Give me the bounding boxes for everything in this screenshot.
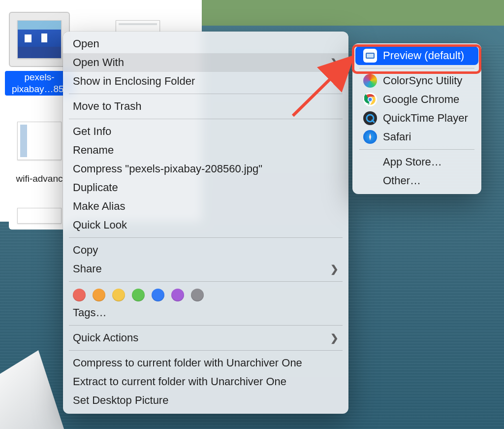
menu-label: Extract to current folder with Unarchive… — [73, 374, 286, 389]
quicktime-app-icon — [363, 111, 377, 125]
chevron-right-icon: ❯ — [330, 262, 339, 276]
submenu-label: Preview (default) — [383, 49, 464, 63]
file-thumb-wrap — [9, 12, 70, 67]
menu-label: Duplicate — [73, 180, 118, 195]
menu-label: Get Info — [73, 124, 111, 139]
menu-label: Copy — [73, 243, 98, 258]
menu-item-quick-look[interactable]: Quick Look — [63, 216, 348, 234]
blank-icon — [363, 174, 377, 188]
menu-separator — [69, 119, 343, 119]
menu-separator — [359, 149, 474, 150]
tag-color-row — [63, 285, 348, 303]
menu-item-compress-unarch[interactable]: Compress to current folder with Unarchiv… — [63, 354, 348, 372]
chevron-right-icon: ❯ — [330, 330, 339, 345]
menu-item-show-enclosing[interactable]: Show in Enclosing Folder — [63, 72, 348, 91]
submenu-label: Google Chrome — [383, 93, 459, 106]
menu-item-copy[interactable]: Copy — [63, 241, 348, 260]
preview-app-icon — [363, 49, 377, 63]
submenu-label: Other… — [383, 174, 421, 188]
file-thumb — [17, 20, 62, 59]
menu-item-rename[interactable]: Rename — [63, 141, 348, 160]
chevron-right-icon: ❯ — [330, 55, 339, 70]
submenu-item-chrome[interactable]: Google Chrome — [355, 90, 478, 109]
svg-rect-1 — [367, 54, 374, 58]
menu-label: Share — [73, 262, 102, 276]
submenu-label: ColorSync Utility — [383, 74, 462, 88]
menu-separator — [69, 350, 343, 351]
menu-separator — [69, 281, 343, 282]
chrome-app-icon — [363, 93, 377, 106]
file-thumb-wrap — [9, 202, 70, 230]
submenu-label: App Store… — [383, 155, 442, 169]
menu-label: Quick Actions — [73, 330, 138, 345]
file-name: wifi-advanc — [13, 172, 65, 185]
menu-item-open[interactable]: Open — [63, 34, 348, 53]
menu-item-open-with[interactable]: Open With ❯ — [63, 53, 348, 72]
file-thumb — [17, 122, 62, 160]
menu-separator — [69, 237, 343, 238]
submenu-item-preview[interactable]: Preview (default) — [355, 46, 478, 65]
submenu-item-app-store[interactable]: App Store… — [355, 153, 478, 171]
submenu-item-quicktime[interactable]: QuickTime Player — [355, 109, 478, 128]
menu-item-tags[interactable]: Tags… — [63, 303, 348, 322]
menu-item-get-info[interactable]: Get Info — [63, 122, 348, 141]
menu-item-extract-unarch[interactable]: Extract to current folder with Unarchive… — [63, 372, 348, 391]
menu-item-move-trash[interactable]: Move to Trash — [63, 97, 348, 116]
tag-dot-yellow[interactable] — [112, 289, 125, 301]
file-thumb-wrap — [9, 113, 70, 168]
colorsync-app-icon — [363, 74, 377, 88]
tag-dot-purple[interactable] — [171, 289, 184, 301]
tag-dot-green[interactable] — [132, 289, 145, 301]
file-thumb — [17, 208, 62, 224]
menu-item-make-alias[interactable]: Make Alias — [63, 197, 348, 216]
safari-app-icon — [363, 130, 377, 144]
menu-label: Make Alias — [73, 199, 125, 214]
menu-separator — [359, 68, 474, 68]
menu-label: Compress to current folder with Unarchiv… — [73, 356, 302, 370]
menu-item-share[interactable]: Share ❯ — [63, 260, 348, 278]
menu-label: Open — [73, 36, 99, 51]
menu-label: Show in Enclosing Folder — [73, 74, 195, 89]
tag-dot-grey[interactable] — [191, 289, 204, 301]
open-with-submenu: Preview (default) ColorSync Utility Goog… — [352, 43, 481, 194]
menu-label: Tags… — [73, 305, 106, 320]
submenu-label: QuickTime Player — [383, 111, 468, 125]
menu-label: Rename — [73, 143, 114, 158]
submenu-item-other[interactable]: Other… — [355, 171, 478, 190]
tag-dot-orange[interactable] — [93, 289, 105, 301]
svg-marker-8 — [369, 133, 371, 140]
submenu-item-safari[interactable]: Safari — [355, 128, 478, 146]
context-menu: Open Open With ❯ Show in Enclosing Folde… — [63, 32, 348, 414]
menu-label: Open With — [73, 55, 124, 70]
menu-label: Quick Look — [73, 218, 127, 232]
menu-item-quick-actions[interactable]: Quick Actions ❯ — [63, 329, 348, 347]
tag-dot-red[interactable] — [73, 289, 86, 301]
blank-icon — [363, 155, 377, 169]
submenu-label: Safari — [383, 130, 411, 144]
tag-dot-blue[interactable] — [152, 289, 164, 301]
menu-separator — [69, 325, 343, 326]
menu-label: Set Desktop Picture — [73, 393, 168, 408]
menu-label: Compress "pexels-pixabay-208560.jpg" — [73, 162, 262, 176]
menu-item-set-desktop[interactable]: Set Desktop Picture — [63, 391, 348, 410]
menu-label: Move to Trash — [73, 99, 141, 114]
menu-item-duplicate[interactable]: Duplicate — [63, 178, 348, 197]
menu-separator — [69, 94, 343, 94]
menu-item-compress[interactable]: Compress "pexels-pixabay-208560.jpg" — [63, 160, 348, 178]
submenu-item-colorsync[interactable]: ColorSync Utility — [355, 71, 478, 90]
